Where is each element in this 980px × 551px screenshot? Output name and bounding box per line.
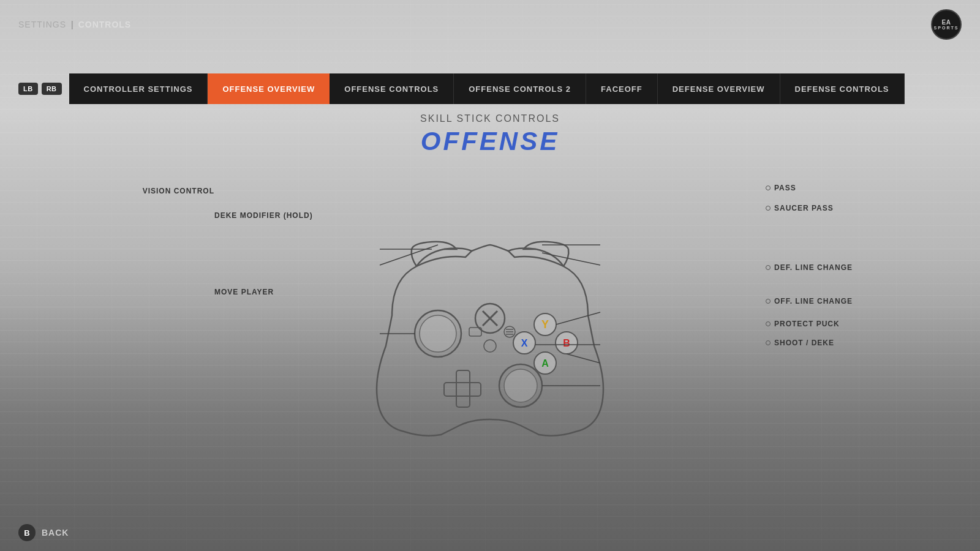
controller-svg: Y B X A xyxy=(331,205,649,450)
svg-line-27 xyxy=(542,253,600,265)
svg-line-28 xyxy=(556,312,600,324)
svg-text:X: X xyxy=(521,338,528,348)
dot-protect xyxy=(766,321,771,326)
tab-controller-settings[interactable]: CONTROLLER SETTINGS xyxy=(69,73,208,104)
svg-point-1 xyxy=(420,315,456,352)
dot-pass xyxy=(766,186,771,190)
tab-defense-overview[interactable]: DEFENSE OVERVIEW xyxy=(658,73,780,104)
svg-point-3 xyxy=(504,369,537,402)
back-label: BACK xyxy=(42,528,69,538)
breadcrumb-controls: CONTROLS xyxy=(78,20,132,29)
dot-def-line xyxy=(766,265,771,270)
controller-diagram: Y B X A xyxy=(214,168,766,487)
section-subtitle: OFFENSE xyxy=(421,127,559,156)
section-title: SKILL STICK CONTROLS xyxy=(420,113,560,124)
rb-button[interactable]: RB xyxy=(42,83,62,95)
tab-defense-controls[interactable]: DEFENSE CONTROLS xyxy=(780,73,905,104)
nav-tabs: LB RB CONTROLLER SETTINGS OFFENSE OVERVI… xyxy=(0,73,980,104)
svg-text:B: B xyxy=(563,338,570,348)
svg-line-30 xyxy=(567,354,600,363)
tab-faceoff[interactable]: FACEOFF xyxy=(586,73,658,104)
dot-off-line xyxy=(766,299,771,304)
tab-offense-controls-2[interactable]: OFFENSE CONTROLS 2 xyxy=(454,73,586,104)
breadcrumb: SETTINGS | CONTROLS xyxy=(18,20,131,29)
b-button[interactable]: B xyxy=(18,524,36,541)
lb-rb-buttons: LB RB xyxy=(18,83,62,95)
dot-saucer xyxy=(766,206,771,211)
main-content: SKILL STICK CONTROLS OFFENSE xyxy=(0,113,980,514)
svg-text:Y: Y xyxy=(541,318,549,331)
tab-offense-overview[interactable]: OFFENSE OVERVIEW xyxy=(208,73,330,104)
lb-button[interactable]: LB xyxy=(18,83,38,95)
top-bar: SETTINGS | CONTROLS EA SPORTS xyxy=(0,0,980,49)
tab-offense-controls[interactable]: OFFENSE CONTROLS xyxy=(330,73,454,104)
dot-shoot xyxy=(766,340,771,345)
svg-rect-5 xyxy=(444,383,481,396)
svg-text:A: A xyxy=(541,358,549,369)
svg-point-14 xyxy=(484,340,496,352)
breadcrumb-divider: | xyxy=(71,20,74,29)
svg-rect-4 xyxy=(456,370,470,407)
ea-sports-logo: EA SPORTS xyxy=(931,9,962,40)
breadcrumb-settings: SETTINGS xyxy=(18,20,66,29)
bottom-bar: B BACK xyxy=(0,514,980,551)
